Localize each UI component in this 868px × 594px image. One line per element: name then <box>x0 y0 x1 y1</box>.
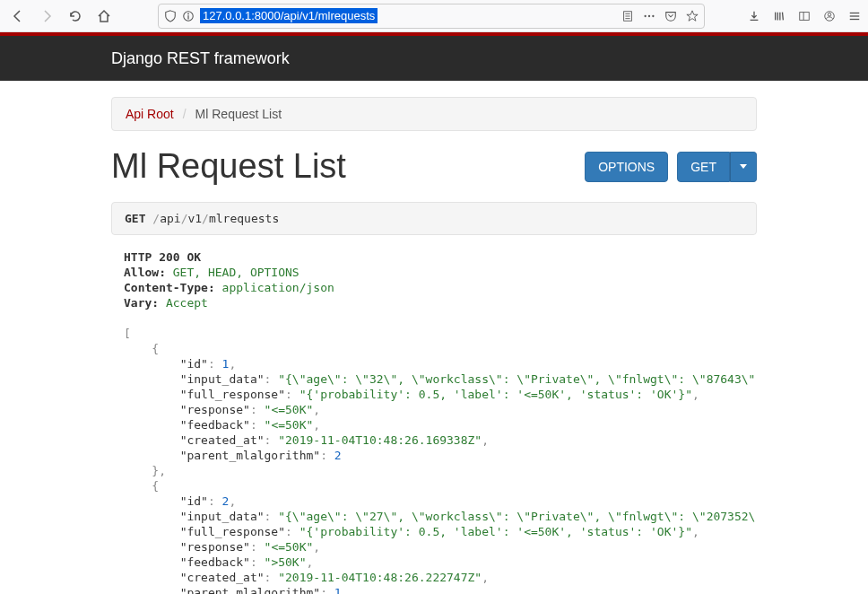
menu-icon[interactable] <box>848 10 861 22</box>
svg-point-7 <box>644 14 646 16</box>
caret-down-icon <box>740 164 747 169</box>
svg-rect-2 <box>187 15 188 19</box>
info-icon <box>182 10 195 22</box>
browser-toolbar: 127.0.0.1:8000/api/v1/mlrequests <box>0 0 868 32</box>
request-line: GET /api/v1/mlrequests <box>111 202 757 235</box>
page-title: Ml Request List <box>111 147 585 186</box>
options-button[interactable]: OPTIONS <box>585 152 668 182</box>
home-button[interactable] <box>93 5 115 27</box>
breadcrumb-current: Ml Request List <box>195 107 282 121</box>
account-icon[interactable] <box>823 10 836 22</box>
brand-text[interactable]: Django REST framework <box>111 49 290 68</box>
breadcrumb-separator: / <box>183 107 187 121</box>
svg-line-13 <box>783 12 784 20</box>
get-dropdown-toggle[interactable] <box>730 152 757 182</box>
get-button[interactable]: GET <box>677 152 730 182</box>
forward-button[interactable] <box>36 5 57 27</box>
star-icon[interactable] <box>686 10 699 22</box>
drf-header: Django REST framework <box>0 36 868 81</box>
more-icon[interactable] <box>643 10 655 22</box>
response-body: HTTP 200 OK Allow: GET, HEAD, OPTIONS Co… <box>111 249 757 594</box>
library-icon[interactable] <box>773 10 786 22</box>
breadcrumb: Api Root / Ml Request List <box>111 97 757 131</box>
reload-button[interactable] <box>65 5 86 27</box>
svg-point-1 <box>187 13 189 14</box>
sidebar-icon[interactable] <box>798 10 811 22</box>
svg-point-8 <box>648 14 650 16</box>
breadcrumb-root[interactable]: Api Root <box>126 107 174 121</box>
svg-rect-14 <box>800 12 810 20</box>
request-method: GET <box>125 212 145 225</box>
svg-point-17 <box>828 13 831 16</box>
back-button[interactable] <box>7 5 29 27</box>
svg-point-9 <box>652 14 654 16</box>
shield-icon <box>164 10 177 22</box>
download-icon[interactable] <box>748 10 760 22</box>
url-bar[interactable]: 127.0.0.1:8000/api/v1/mlrequests <box>158 4 705 29</box>
reader-icon[interactable] <box>621 10 634 22</box>
url-text: 127.0.0.1:8000/api/v1/mlrequests <box>200 8 378 23</box>
pocket-icon[interactable] <box>664 10 677 22</box>
